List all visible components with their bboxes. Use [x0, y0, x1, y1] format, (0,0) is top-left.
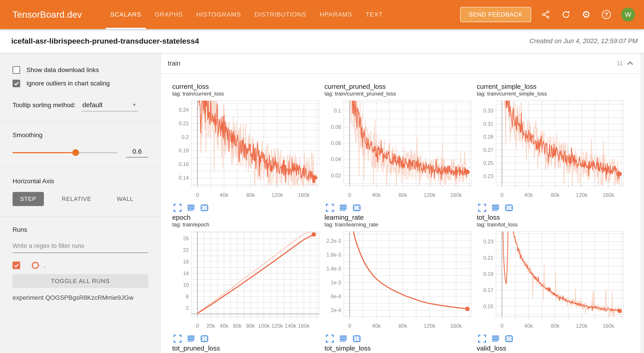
experiment-id: experiment QOGSPBgsR8KzcRMmie9JGw — [12, 294, 148, 301]
tab-graphs[interactable]: GRAPHS — [148, 0, 190, 29]
tab-histograms[interactable]: HISTOGRAMS — [190, 0, 248, 29]
data-lines-icon[interactable] — [490, 203, 500, 213]
chart-toolbar — [325, 334, 472, 344]
chart-plot[interactable]: 0.140.160.180.20.220.24040k80k120k160k — [172, 100, 320, 202]
svg-text:1.4e-3: 1.4e-3 — [326, 266, 341, 272]
smoothing-label: Smoothing — [12, 132, 148, 139]
horizontal-axis-buttons: STEP RELATIVE WALL — [12, 192, 148, 206]
chart-title: learning_rate — [324, 214, 472, 221]
download-links-checkbox[interactable] — [12, 66, 20, 74]
fit-domain-icon[interactable] — [200, 334, 209, 344]
data-lines-icon[interactable] — [490, 334, 500, 344]
tab-distributions[interactable]: DISTRIBUTIONS — [248, 0, 313, 29]
svg-text:2: 2 — [186, 305, 189, 311]
user-avatar[interactable]: W — [621, 7, 635, 21]
svg-text:0.15: 0.15 — [483, 304, 493, 309]
tooltip-sorting-select[interactable]: default ▼ — [82, 101, 138, 111]
chart-title: current_pruned_loss — [324, 83, 472, 90]
run-checkbox[interactable] — [12, 262, 20, 269]
content-area: Show data download links Ignore outliers… — [0, 53, 644, 353]
chart-plot[interactable]: 0.020.040.060.080.1040k80k120k160k — [324, 100, 472, 202]
chart-plot[interactable]: 0.230.250.270.290.310.33040k80k120k160k — [477, 100, 624, 202]
chart-tag: tag: train/epoch — [172, 221, 320, 228]
data-lines-icon[interactable] — [338, 203, 348, 213]
fit-domain-icon[interactable] — [504, 203, 514, 213]
chart-plot[interactable]: 261014182226020k40k60k80k100k120k140k160… — [172, 231, 320, 333]
chart-title: current_loss — [172, 83, 320, 90]
svg-text:0.31: 0.31 — [483, 121, 493, 127]
chart-title: current_simple_loss — [477, 83, 624, 90]
svg-text:0.08: 0.08 — [331, 124, 341, 130]
help-icon[interactable]: ? — [601, 9, 612, 20]
collapse-section-icon[interactable] — [626, 59, 634, 67]
ignore-outliers-label: Ignore outliers in chart scaling — [26, 80, 110, 87]
svg-text:40k: 40k — [220, 323, 228, 329]
svg-text:120k: 120k — [576, 192, 588, 198]
svg-text:40k: 40k — [372, 323, 381, 329]
sidebar-divider — [0, 122, 161, 122]
svg-text:0: 0 — [348, 192, 351, 198]
smoothing-slider[interactable] — [12, 148, 118, 157]
step-button[interactable]: STEP — [12, 192, 44, 206]
settings-gear-icon[interactable]: ⚙ — [581, 9, 592, 20]
refresh-icon[interactable] — [561, 9, 572, 20]
main-tabs: SCALARS GRAPHS HISTOGRAMS DISTRIBUTIONS … — [104, 0, 390, 29]
share-icon[interactable] — [540, 9, 551, 20]
svg-text:0.22: 0.22 — [179, 121, 189, 126]
run-name: . — [44, 262, 46, 269]
toggle-all-runs-button[interactable]: TOGGLE ALL RUNS — [12, 274, 148, 288]
expand-chart-icon[interactable] — [325, 203, 335, 213]
chart-card: valid_loss tag: train/valid_loss — [477, 345, 624, 353]
show-download-links-row: Show data download links — [12, 66, 148, 74]
expand-chart-icon[interactable] — [173, 334, 182, 344]
chart-title: epoch — [172, 214, 320, 221]
expand-chart-icon[interactable] — [325, 334, 335, 344]
svg-text:0.14: 0.14 — [179, 175, 189, 181]
svg-text:120k: 120k — [272, 323, 283, 329]
tab-text[interactable]: TEXT — [359, 0, 390, 29]
slider-thumb[interactable] — [72, 149, 79, 156]
fit-domain-icon[interactable] — [200, 203, 209, 213]
send-feedback-button[interactable]: SEND FEEDBACK — [460, 7, 531, 22]
fit-domain-icon[interactable] — [352, 203, 362, 213]
svg-text:0.04: 0.04 — [331, 156, 341, 162]
data-lines-icon[interactable] — [186, 334, 196, 344]
run-color-swatch[interactable] — [32, 262, 39, 269]
smoothing-value[interactable]: 0.6 — [126, 148, 148, 157]
tab-scalars[interactable]: SCALARS — [104, 0, 148, 29]
tab-hparams[interactable]: HPARAMS — [313, 0, 359, 29]
data-lines-icon[interactable] — [338, 334, 348, 344]
tooltip-sorting-value: default — [82, 101, 102, 109]
runs-filter-input[interactable] — [12, 242, 148, 253]
chart-count-badge: 11 — [617, 60, 623, 67]
chart-plot[interactable]: 2e-46e-41e-31.4e-31.8e-32.2e-3040k80k120… — [324, 231, 472, 333]
horizontal-axis-label: Horizontal Axis — [12, 178, 148, 185]
chart-card: tot_loss tag: train/tot_loss 0.150.170.1… — [477, 214, 624, 345]
relative-button[interactable]: RELATIVE — [54, 192, 99, 206]
fit-domain-icon[interactable] — [504, 334, 514, 344]
fit-domain-icon[interactable] — [352, 334, 362, 344]
chart-card: current_simple_loss tag: train/current_s… — [477, 83, 624, 214]
svg-text:160k: 160k — [450, 323, 462, 329]
svg-text:14: 14 — [183, 271, 189, 276]
svg-text:0.19: 0.19 — [483, 271, 493, 277]
expand-chart-icon[interactable] — [173, 203, 182, 213]
app-logo[interactable]: TensorBoard.dev — [12, 10, 82, 20]
svg-text:40k: 40k — [372, 192, 381, 198]
chart-tag: tag: train/current_pruned_loss — [324, 90, 472, 97]
svg-text:0.23: 0.23 — [483, 173, 493, 179]
data-lines-icon[interactable] — [186, 203, 196, 213]
chart-tag: tag: train/tot_loss — [477, 221, 624, 228]
created-timestamp: Created on Jun 4, 2022, 12:59:07 PM — [529, 37, 638, 45]
svg-text:0.16: 0.16 — [179, 161, 189, 167]
ignore-outliers-checkbox[interactable] — [12, 80, 20, 87]
expand-chart-icon[interactable] — [477, 203, 487, 213]
svg-text:0.27: 0.27 — [483, 147, 493, 153]
chart-plot[interactable]: 0.150.170.190.210.23040k80k120k160k — [477, 231, 624, 333]
wall-button[interactable]: WALL — [109, 192, 141, 206]
sidebar-divider — [0, 168, 161, 168]
sidebar-divider — [0, 216, 161, 217]
svg-text:80k: 80k — [246, 323, 255, 329]
expand-chart-icon[interactable] — [477, 334, 487, 344]
train-section-header[interactable]: train 11 — [161, 53, 641, 74]
